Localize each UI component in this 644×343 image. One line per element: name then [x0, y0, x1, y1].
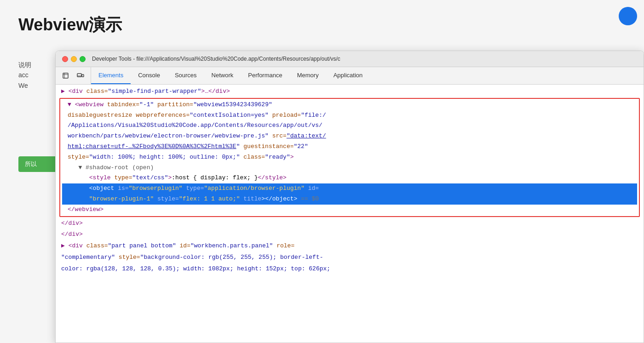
dom-tag: >…</div> — [201, 88, 230, 95]
style-content: :host { display: flex; } — [172, 174, 258, 181]
attr-value: "part panel bottom" — [108, 242, 176, 249]
dom-line-div-close2: </div> — [56, 229, 644, 240]
dom-line-simple-find[interactable]: ▶ <div class="simple-find-part-wrapper">… — [56, 86, 644, 97]
attr-name-selected: type= — [186, 185, 204, 192]
attr-name-selected: id= — [308, 185, 319, 192]
attr-name: type= — [114, 174, 132, 181]
svg-rect-0 — [63, 73, 68, 78]
dom-line-color[interactable]: color: rgba(128, 128, 128, 0.35); width:… — [56, 263, 644, 275]
dom-tag: <style — [89, 174, 111, 181]
blue-circle-decoration — [619, 7, 637, 25]
dom-tag: <div — [69, 88, 83, 95]
dom-tag: </div> — [61, 220, 83, 227]
attr-name: webpreferences= — [136, 112, 190, 119]
attr-name: partition= — [157, 101, 193, 108]
attr-value: "ready" — [265, 154, 290, 160]
dollar-sign: == $0 — [301, 195, 319, 202]
attr-value: "webview1539423439629" — [193, 101, 272, 108]
tab-network[interactable]: Network — [204, 67, 241, 84]
attr-value: "contextIsolation=yes" — [190, 112, 269, 119]
dom-line-webview-attrs1[interactable]: disableguestresize webpreferences="conte… — [62, 110, 637, 121]
attr-name: class= — [243, 154, 265, 160]
dom-tag: </style> — [258, 174, 287, 181]
dom-line-complementary[interactable]: "complementary" style="background-color:… — [56, 252, 644, 263]
dom-tag: ▼ — [68, 101, 71, 108]
attr-name: style= — [68, 154, 89, 160]
maximize-button[interactable] — [80, 56, 86, 62]
tab-memory[interactable]: Memory — [290, 67, 326, 84]
attr-value: "background-color: rgb(255, 255, 255); b… — [140, 254, 323, 261]
dom-tag: ▶ — [61, 88, 65, 95]
attr-value: "simple-find-part-wrapper" — [108, 88, 201, 95]
dom-tag-close: ></object> — [261, 195, 297, 202]
device-toggle-button[interactable] — [74, 69, 87, 82]
dom-tag-selected: <object — [89, 185, 115, 192]
devtools-icon-group — [56, 67, 91, 84]
attr-value: workbench/parts/webview/electron-browser… — [68, 132, 269, 139]
highlight-inner: ▼ <webview tabindex="-1" partition="webv… — [60, 99, 639, 216]
highlight-box: ▼ <webview tabindex="-1" partition="webv… — [59, 98, 640, 217]
svg-rect-4 — [82, 74, 84, 77]
app-title: Webview演示 — [18, 14, 122, 36]
dom-line-webview-attrs3[interactable]: workbench/parts/webview/electron-browser… — [62, 131, 637, 142]
tab-console[interactable]: Console — [131, 67, 167, 84]
devtools-window: Developer Tools - file:///Applications/V… — [55, 51, 644, 343]
attr-value: /Applications/Visual%20Studio%20Code.app… — [68, 122, 322, 129]
attr-value-id: "browser-plugin-1" — [89, 195, 154, 202]
dom-line-style[interactable]: <style type="text/css">:host { display: … — [62, 173, 637, 183]
attr-value-selected: "browserplugin" — [129, 185, 183, 192]
dom-line-object-id-selected[interactable]: "browser-plugin-1" style="flex: 1 1 auto… — [62, 194, 637, 205]
traffic-lights — [62, 56, 86, 62]
devtools-toolbar: Elements Console Sources Network Perform… — [56, 67, 644, 85]
tab-performance[interactable]: Performance — [241, 67, 289, 84]
attr-value-style: "flex: 1 1 auto;" — [179, 195, 240, 202]
devtools-title: Developer Tools - file:///Applications/V… — [92, 56, 340, 62]
dom-tag: <div — [69, 242, 83, 249]
svg-rect-3 — [77, 74, 81, 77]
dom-tag: <webview — [75, 101, 104, 108]
attr-value: "-1" — [139, 101, 154, 108]
dom-line-shadow-root[interactable]: ▼ #shadow-root (open) — [62, 163, 637, 173]
attr-name: class= — [86, 242, 108, 249]
devtools-tabs: Elements Console Sources Network Perform… — [91, 67, 644, 84]
attr-name: disableguestresize — [68, 112, 132, 119]
attr-value: " — [236, 143, 240, 150]
attr-value: "workbench.parts.panel" — [190, 242, 273, 249]
attr-name-style: style= — [157, 195, 179, 202]
attr-value: "complementary" — [61, 254, 115, 261]
tab-elements[interactable]: Elements — [91, 67, 131, 84]
devtools-titlebar: Developer Tools - file:///Applications/V… — [56, 51, 644, 67]
attr-name-selected: is= — [118, 185, 128, 192]
attr-name: id= — [180, 242, 190, 249]
dom-tag: </div> — [61, 231, 83, 238]
tab-application[interactable]: Application — [326, 67, 370, 84]
dom-line-webview-open[interactable]: ▼ <webview tabindex="-1" partition="webv… — [62, 100, 637, 110]
attr-name: preload= — [272, 112, 301, 119]
attr-name: src= — [272, 132, 287, 139]
link-value[interactable]: html;charset=utf-…%2Fbody%3E%0D%0A%3C%2F… — [68, 143, 236, 150]
attr-name: tabindex= — [107, 101, 139, 108]
minimize-button[interactable] — [71, 56, 77, 62]
dom-tag: > — [290, 154, 294, 160]
dom-tag: ▶ — [61, 242, 65, 249]
attr-value: "width: 100%; height: 100%; outline: 0px… — [89, 154, 240, 160]
dom-line-div-close1: </div> — [56, 218, 644, 229]
dom-line-part-panel[interactable]: ▶ <div class="part panel bottom" id="wor… — [56, 240, 644, 252]
attr-value: "text/css" — [132, 174, 168, 181]
attr-value: color: rgba(128, 128, 128, 0.35); width:… — [61, 265, 330, 272]
attr-value-selected: "application/browser-plugin" — [204, 185, 305, 192]
dom-line-webview-close[interactable]: </webview> — [62, 205, 637, 215]
dom-line-webview-attrs2[interactable]: /Applications/Visual%20Studio%20Code.app… — [62, 120, 637, 131]
dom-line-webview-style[interactable]: style="width: 100%; height: 100%; outlin… — [62, 152, 637, 163]
pseudo-element: ▼ #shadow-root (open) — [78, 164, 154, 171]
attr-value: "22" — [294, 143, 308, 150]
close-button[interactable] — [62, 56, 68, 62]
dom-line-webview-attrs4[interactable]: html;charset=utf-…%2Fbody%3E%0D%0A%3C%2F… — [62, 142, 637, 152]
devtools-content[interactable]: ▶ <div class="simple-find-part-wrapper">… — [56, 85, 644, 343]
inspect-element-button[interactable] — [59, 69, 72, 82]
attr-value-link[interactable]: "data:text/ — [287, 132, 326, 139]
tab-sources[interactable]: Sources — [167, 67, 204, 84]
attr-name: role= — [276, 242, 294, 249]
dom-line-object-selected[interactable]: <object is="browserplugin" type="applica… — [62, 183, 637, 194]
dom-tag: </webview> — [68, 206, 104, 213]
